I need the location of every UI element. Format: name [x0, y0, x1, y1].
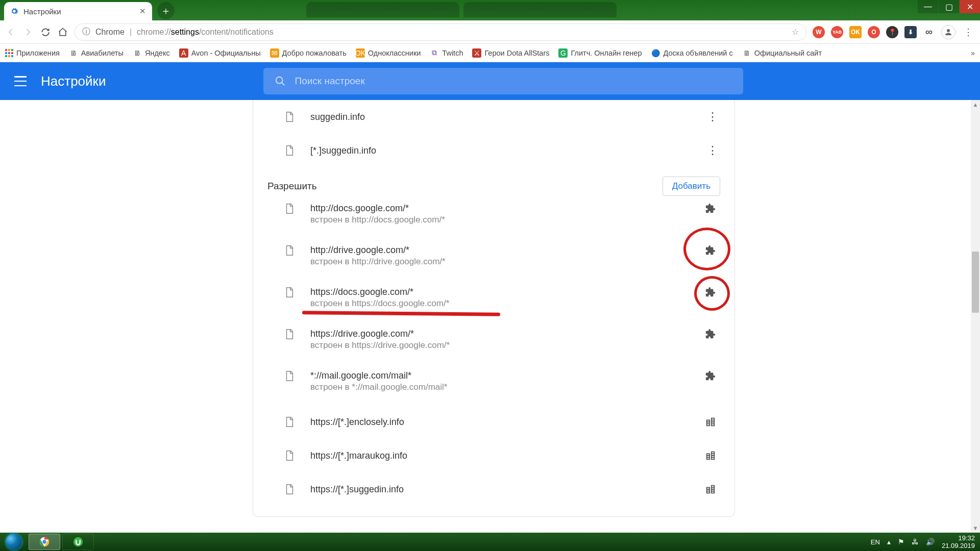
site-embed-note: встроен в *://mail.google.com/mail*	[310, 382, 705, 392]
search-icon	[275, 76, 286, 87]
taskbar-app-chrome[interactable]	[29, 534, 60, 550]
reload-button[interactable]	[40, 27, 51, 38]
puzzle-icon[interactable]	[705, 245, 720, 256]
background-tab[interactable]	[306, 2, 459, 17]
extension-icon[interactable]: OK	[849, 26, 862, 38]
new-tab-button[interactable]: ＋	[157, 2, 175, 19]
language-indicator[interactable]: EN	[871, 538, 880, 546]
forward-button[interactable]	[22, 27, 34, 38]
extension-icon[interactable]: ⬇	[904, 26, 917, 38]
site-row[interactable]: [*.]suggedin.info ⋮	[253, 134, 734, 167]
extension-icon[interactable]: W	[813, 26, 825, 38]
site-url: *://mail.google.com/mail*	[310, 370, 705, 381]
taskbar-clock[interactable]: 19:32 21.09.2019	[942, 534, 975, 549]
site-row[interactable]: *://mail.google.com/mail*встроен в *://m…	[253, 363, 734, 405]
site-url: suggedin.info	[310, 112, 705, 122]
tray-flag-icon[interactable]: ⚑	[898, 538, 904, 546]
tray-volume-icon[interactable]: 🔊	[926, 538, 935, 546]
svg-point-0	[947, 29, 950, 32]
extension-icon[interactable]: ∞	[923, 26, 935, 38]
settings-card: [*.]maraukog.info ⋮ suggedin.info ⋮ [*.]…	[253, 100, 735, 517]
close-icon[interactable]: ✕	[139, 7, 146, 16]
bookmark-item[interactable]: ⧉Twitch	[430, 48, 463, 58]
allow-title: Разрешить	[267, 181, 317, 192]
site-url: https://docs.google.com/*	[310, 287, 705, 297]
puzzle-icon[interactable]	[705, 329, 720, 340]
settings-header: Настройки Поиск настроек	[0, 62, 980, 100]
start-orb-icon	[6, 534, 22, 550]
tray-chevron-icon[interactable]: ▴	[887, 538, 891, 546]
back-button[interactable]	[5, 27, 16, 38]
tray-network-icon[interactable]: 🖧	[912, 538, 919, 546]
home-button[interactable]	[57, 27, 68, 38]
bookmark-item[interactable]: 🗎Яндекс	[133, 48, 170, 58]
window-close-button[interactable]: ✕	[960, 0, 980, 13]
taskbar-app-utorrent[interactable]	[62, 534, 94, 550]
puzzle-icon[interactable]	[705, 287, 720, 298]
site-row[interactable]: suggedin.info ⋮	[253, 100, 734, 134]
site-row[interactable]: https://docs.google.com/*встроен в https…	[253, 280, 734, 321]
site-info-icon[interactable]: ⓘ	[82, 27, 90, 37]
bookmark-item[interactable]: 🔵Доска объявлений с	[651, 48, 732, 58]
browser-tab-active[interactable]: Настройки ✕	[4, 2, 152, 20]
maximize-button[interactable]: ▢	[939, 0, 959, 13]
bookmark-item[interactable]: ✉Добро пожаловать	[270, 48, 347, 58]
chrome-menu-button[interactable]: ⋮	[962, 27, 975, 38]
site-embed-note: встроен в https://docs.google.com/*	[310, 298, 705, 309]
add-button[interactable]: Добавить	[663, 177, 720, 196]
allow-section-header: Разрешить Добавить	[253, 167, 734, 196]
bookmark-item[interactable]: 🗎Официальный сайт	[742, 48, 822, 58]
address-bar[interactable]: ⓘ Chrome | chrome://settings/content/not…	[75, 23, 806, 41]
scroll-down-icon[interactable]: ▼	[971, 523, 980, 533]
settings-content: [*.]maraukog.info ⋮ suggedin.info ⋮ [*.]…	[0, 100, 980, 533]
bookmark-apps[interactable]: Приложения	[5, 49, 60, 57]
puzzle-icon[interactable]	[705, 203, 720, 214]
profile-avatar[interactable]	[941, 25, 955, 39]
corp-icon[interactable]	[705, 450, 720, 461]
file-icon	[284, 145, 295, 156]
site-embed-note: встроен в https://drive.google.com/*	[310, 340, 705, 350]
site-row[interactable]: https://[*.]suggedin.info	[253, 472, 734, 506]
bookmarks-overflow[interactable]: »	[971, 49, 975, 57]
site-row[interactable]: https://[*.]enclosely.info	[253, 405, 734, 439]
extension-icon[interactable]: O	[868, 26, 880, 38]
tab-strip: Настройки ✕ ＋ — ▢ ✕	[0, 0, 980, 20]
bookmark-item[interactable]: OKОдноклассники	[356, 48, 421, 58]
file-icon	[284, 329, 295, 340]
site-row[interactable]: https://[*.]maraukog.info	[253, 439, 734, 472]
minimize-button[interactable]: —	[918, 0, 938, 13]
corp-icon[interactable]	[705, 484, 720, 495]
bookmark-item[interactable]: GГлитч. Онлайн генер	[558, 48, 642, 58]
bookmark-item[interactable]: 🗎Авиабилеты	[69, 48, 124, 58]
url-text: chrome://settings/content/notifications	[137, 28, 274, 37]
extensions-row: W YAB OK O 📍 ⬇ ∞	[813, 26, 935, 38]
favicon: G	[558, 48, 568, 58]
bookmark-star-icon[interactable]: ☆	[792, 27, 799, 37]
site-row[interactable]: http://docs.google.com/*встроен в http:/…	[253, 196, 734, 238]
menu-button[interactable]	[14, 76, 27, 86]
bookmark-item[interactable]: AAvon - Официальны	[179, 48, 261, 58]
start-button[interactable]	[0, 533, 28, 551]
site-row[interactable]: http://drive.google.com/*встроен в http:…	[253, 238, 734, 280]
bookmark-item[interactable]: ⚔Герои Dota AllStars	[472, 48, 549, 58]
puzzle-icon[interactable]	[705, 370, 720, 382]
scroll-up-icon[interactable]: ▲	[971, 100, 980, 109]
site-url: http://docs.google.com/*	[310, 203, 705, 214]
favicon: ⧉	[430, 48, 439, 58]
file-icon	[284, 287, 295, 298]
scrollbar-thumb[interactable]	[972, 252, 979, 313]
site-url: https://[*.]maraukog.info	[310, 450, 705, 461]
site-row[interactable]: https://drive.google.com/*встроен в http…	[253, 321, 734, 363]
corp-icon[interactable]	[705, 416, 720, 428]
window-controls: — ▢ ✕	[917, 0, 980, 13]
extension-icon[interactable]: YAB	[831, 26, 843, 38]
scrollbar[interactable]: ▲ ▼	[971, 100, 980, 533]
favicon: OK	[356, 48, 365, 58]
browser-toolbar: ⓘ Chrome | chrome://settings/content/not…	[0, 20, 980, 44]
background-tab[interactable]	[463, 2, 617, 17]
row-menu-button[interactable]: ⋮	[705, 110, 720, 123]
row-menu-button[interactable]: ⋮	[705, 144, 720, 157]
file-icon	[284, 450, 295, 461]
settings-search[interactable]: Поиск настроек	[263, 68, 743, 94]
extension-icon[interactable]: 📍	[886, 26, 898, 38]
